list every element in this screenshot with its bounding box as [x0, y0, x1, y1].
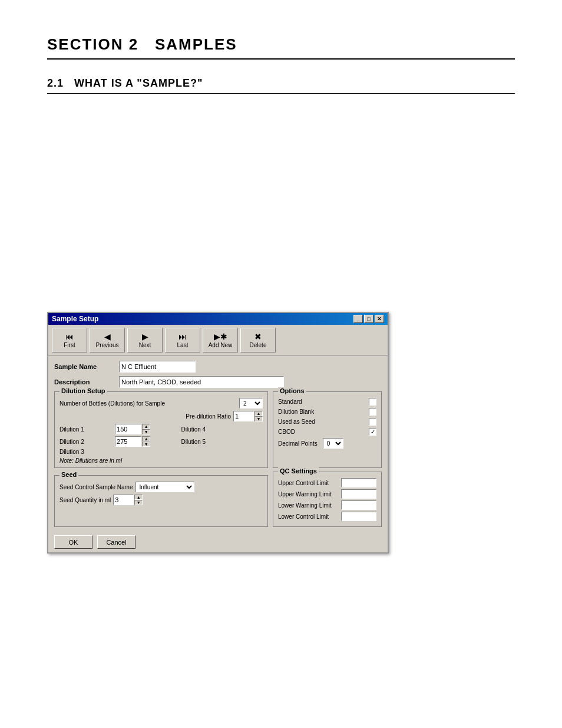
first-icon: ⏮: [65, 332, 74, 341]
lower-control-row: Lower Control Limit: [278, 512, 376, 521]
lower-warning-row: Lower Warning Limit: [278, 500, 376, 510]
upper-warning-row: Upper Warning Limit: [278, 489, 376, 499]
predilution-spinner: ▲ ▼: [254, 411, 263, 421]
upper-warning-input[interactable]: [341, 489, 376, 499]
dilution-note: Note: Dilutions are in ml: [59, 457, 263, 464]
dilution-4-label: Dilution 4: [181, 426, 232, 433]
dilution-2-down[interactable]: ▼: [142, 442, 150, 447]
dilution-2-label: Dilution 2: [59, 439, 110, 445]
seed-control-name-row: Seed Control Sample Name Influent: [59, 482, 263, 492]
seed-content: Seed Control Sample Name Influent Seed Q…: [59, 482, 263, 505]
description-input[interactable]: [119, 376, 284, 388]
lower-control-label: Lower Control Limit: [278, 513, 339, 520]
dilution-blank-label: Dilution Blank: [278, 409, 366, 415]
toolbar: ⏮ First ◀ Previous ▶ Next ⏭ Last ▶✱ Add …: [48, 325, 388, 356]
cbod-checkbox[interactable]: [369, 428, 376, 436]
delete-label: Delete: [250, 342, 267, 348]
seed-control-name-select[interactable]: Influent: [135, 482, 194, 492]
cancel-button[interactable]: Cancel: [97, 535, 135, 549]
standard-label: Standard: [278, 398, 366, 405]
used-as-seed-row: Used as Seed: [278, 418, 376, 426]
lower-warning-input[interactable]: [341, 500, 376, 510]
subsection-title: 2.1 WHAT IS A "SAMPLE?": [47, 77, 515, 94]
delete-icon: ✖: [254, 332, 262, 341]
dilution-1-spinner: ▲ ▼: [142, 424, 150, 434]
description-row: Description: [54, 376, 382, 388]
next-icon: ▶: [142, 332, 148, 341]
seed-quantity-input[interactable]: [113, 495, 134, 505]
predilution-row: Pre-dilution Ratio ▲ ▼: [59, 411, 263, 421]
cbod-row: CBOD: [278, 428, 376, 436]
add-new-label: Add New: [209, 342, 233, 348]
predilution-down[interactable]: ▼: [254, 416, 263, 421]
add-new-icon: ▶✱: [214, 332, 227, 341]
add-new-button[interactable]: ▶✱ Add New: [203, 328, 238, 353]
next-button[interactable]: ▶ Next: [127, 328, 163, 353]
dilution-1-input[interactable]: [115, 424, 141, 434]
seed-quantity-row: Seed Quantity in ml ▲ ▼: [59, 495, 263, 505]
decimal-points-select[interactable]: 012: [323, 438, 343, 449]
previous-button[interactable]: ◀ Previous: [90, 328, 125, 353]
last-label: Last: [177, 342, 189, 348]
ok-button[interactable]: OK: [54, 535, 92, 549]
dilution-blank-row: Dilution Blank: [278, 408, 376, 416]
used-as-seed-label: Used as Seed: [278, 419, 366, 425]
titlebar-controls: _ □ ✕: [353, 315, 384, 323]
predilution-input[interactable]: [233, 411, 254, 421]
dilution-2-input[interactable]: [115, 436, 141, 447]
dilution-2-up[interactable]: ▲: [142, 436, 150, 442]
standard-checkbox[interactable]: [369, 398, 376, 406]
delete-button[interactable]: ✖ Delete: [240, 328, 276, 353]
dilution-2-field: ▲ ▼: [115, 436, 176, 447]
predilution-up[interactable]: ▲: [254, 411, 263, 416]
dilution-2-spinner: ▲ ▼: [142, 436, 150, 447]
bottles-row: Number of Bottles (Dilutions) for Sample…: [59, 398, 263, 409]
qc-settings-content: Upper Control Limit Upper Warning Limit …: [278, 478, 376, 521]
previous-icon: ◀: [104, 332, 111, 341]
seed-group: Seed Seed Control Sample Name Influent S…: [54, 475, 268, 527]
bottom-sections: Seed Seed Control Sample Name Influent S…: [54, 472, 382, 527]
sample-name-label: Sample Name: [54, 363, 119, 370]
dilution-1-down[interactable]: ▼: [142, 429, 150, 434]
first-button[interactable]: ⏮ First: [52, 328, 87, 353]
dilution-1-field: ▲ ▼: [115, 424, 176, 434]
seed-quantity-up[interactable]: ▲: [134, 495, 143, 500]
minimize-button[interactable]: _: [353, 315, 363, 323]
upper-control-input[interactable]: [341, 478, 376, 487]
options-group: Options Standard Dilution Blank Used as …: [273, 391, 382, 468]
section-title: SECTION 2 SAMPLES: [47, 35, 515, 60]
used-as-seed-checkbox[interactable]: [369, 418, 376, 426]
dilution-blank-checkbox[interactable]: [369, 408, 376, 416]
maximize-button[interactable]: □: [364, 315, 373, 323]
previous-label: Previous: [96, 342, 119, 348]
bottles-select[interactable]: 2345: [239, 398, 263, 409]
dilutions-grid: Dilution 1 ▲ ▼ Dilution 4 Dilution 2: [59, 424, 263, 455]
dialog-titlebar: Sample Setup _ □ ✕: [48, 313, 388, 325]
dilution-setup-title: Dilution Setup: [59, 387, 107, 394]
first-label: First: [64, 342, 75, 348]
options-title: Options: [278, 387, 306, 394]
close-button[interactable]: ✕: [375, 315, 384, 323]
seed-quantity-down[interactable]: ▼: [134, 500, 143, 505]
last-button[interactable]: ⏭ Last: [165, 328, 200, 353]
dilution-5-label: Dilution 5: [181, 439, 232, 445]
bottles-label: Number of Bottles (Dilutions) for Sample: [59, 400, 239, 407]
dialog-body: Sample Name Description Dilution Setup N…: [48, 356, 388, 532]
sample-name-input[interactable]: [119, 361, 196, 373]
dilution-setup-content: Number of Bottles (Dilutions) for Sample…: [59, 398, 263, 464]
options-content: Standard Dilution Blank Used as Seed CBO…: [278, 398, 376, 449]
decimal-points-label: Decimal Points: [278, 440, 318, 447]
groups-container: Dilution Setup Number of Bottles (Diluti…: [54, 391, 382, 468]
seed-title: Seed: [59, 471, 78, 478]
predilution-label: Pre-dilution Ratio: [186, 413, 231, 420]
dialog-title: Sample Setup: [52, 315, 98, 323]
upper-control-row: Upper Control Limit: [278, 478, 376, 487]
dilution-1-up[interactable]: ▲: [142, 424, 150, 429]
seed-quantity-label: Seed Quantity in ml: [59, 497, 111, 503]
lower-control-input[interactable]: [341, 512, 376, 521]
cbod-label: CBOD: [278, 429, 366, 435]
sample-name-row: Sample Name: [54, 361, 382, 373]
dilution-3-label: Dilution 3: [59, 449, 110, 455]
dilution-setup-group: Dilution Setup Number of Bottles (Diluti…: [54, 391, 268, 468]
last-icon: ⏭: [178, 332, 187, 341]
